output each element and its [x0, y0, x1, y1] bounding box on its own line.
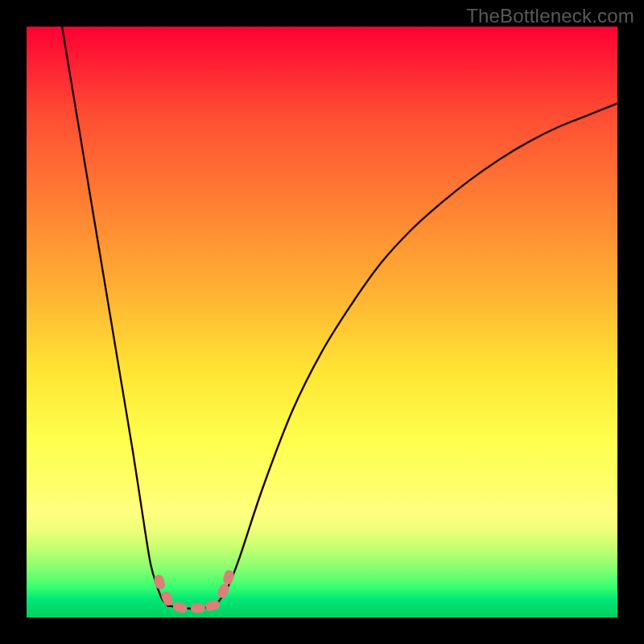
blob-d [191, 603, 205, 613]
blob-g [222, 569, 235, 585]
marker-blobs [153, 569, 235, 614]
curve-layer [27, 27, 617, 617]
blob-c [172, 601, 188, 613]
blob-b [159, 590, 174, 607]
watermark-text: TheBottleneck.com [466, 5, 634, 27]
blob-a [153, 574, 166, 590]
outer-frame: TheBottleneck.com [0, 0, 644, 644]
bottleneck-curve [62, 27, 617, 609]
